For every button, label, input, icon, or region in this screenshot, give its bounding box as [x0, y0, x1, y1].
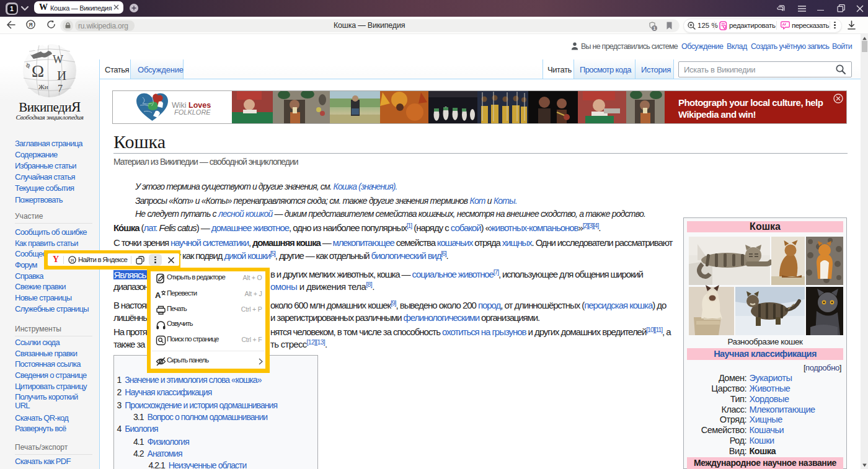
- svg-text:Ω: Ω: [32, 62, 44, 81]
- svg-text:А: А: [155, 291, 161, 300]
- svg-text:7: 7: [58, 83, 63, 94]
- svg-text:И: И: [57, 68, 66, 83]
- svg-text:W: W: [53, 53, 63, 66]
- svg-text:Я: Я: [71, 258, 74, 263]
- svg-text:Я: Я: [29, 22, 32, 28]
- svg-text:Жи: Жи: [38, 83, 48, 90]
